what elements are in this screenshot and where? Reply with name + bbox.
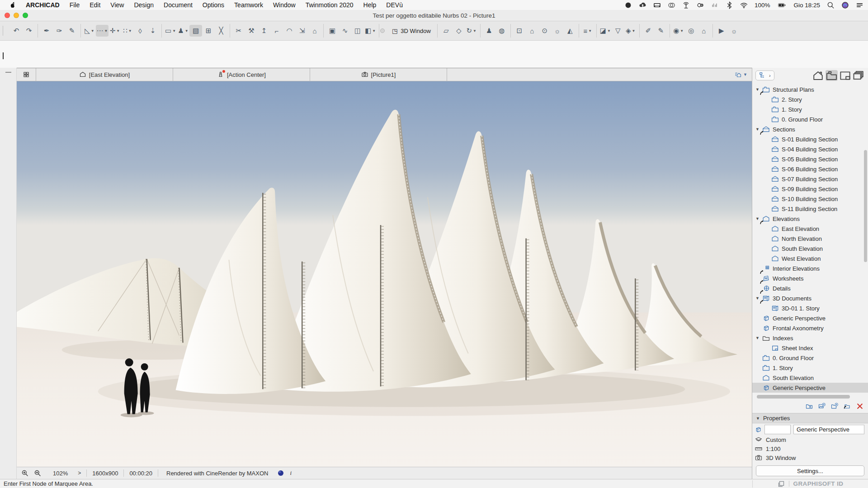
front-view-button[interactable]: ▱ [440,25,453,37]
tree-vertical-scrollbar[interactable] [864,150,867,262]
tree-item-2-story[interactable]: 2. Story [752,94,868,104]
tab-action-center[interactable]: [Action Center] [173,68,310,81]
keyboard-icon[interactable] [653,1,661,9]
tree-item-0-ground-floor[interactable]: 0. Ground Floor [752,353,868,363]
mode-view-map[interactable] [826,70,838,81]
tree-horizontal-scrollbar[interactable] [756,394,864,399]
orbit-button[interactable]: ↻▼ [465,25,478,37]
menu-teamwork[interactable]: Teamwork [229,1,268,9]
measure-button[interactable]: ⊞ [202,25,215,37]
tree-item-south-elevation[interactable]: South Elevation [752,373,868,383]
sun-settings-button[interactable]: ☼ [551,25,564,37]
wifi-icon[interactable] [740,1,748,9]
tree-item-west-elevation[interactable]: West Elevation [752,253,868,263]
tab-overview-button[interactable] [17,68,36,81]
disclosure-triangle-icon[interactable]: ▼ [755,336,762,340]
adjust-button[interactable]: ⚒ [245,25,258,37]
trackball-button[interactable]: ╳ [215,25,227,37]
tree-item-structural-plans[interactable]: ▼Structural Plans [752,84,868,94]
quick-layers-button[interactable]: ≡▼ [581,25,594,37]
tree-item-1-story[interactable]: 1. Story [752,363,868,373]
bluetooth-icon[interactable] [726,1,733,9]
menu-file[interactable]: File [65,1,85,9]
menu-archicad[interactable]: ARCHICAD [21,1,65,9]
perspective-cone-button[interactable]: ◭ [564,25,576,37]
tree-item-s-10-building-section[interactable]: S-10 Building Section [752,194,868,204]
notification-dot-icon[interactable] [624,1,632,9]
roof-level-button[interactable]: ⌂ [308,25,321,37]
filter-elements-button[interactable]: ▽ [612,25,624,37]
quick-options-button[interactable]: ▼ [730,68,752,81]
tree-item-sections[interactable]: ▼Sections [752,124,868,134]
transfer-settings-button[interactable]: ✎ [66,25,78,37]
guide-lines-button[interactable]: ⋯▼ [96,25,108,37]
cutaway-button[interactable]: ◪▼ [599,25,612,37]
snap-points-button[interactable]: ∷▼ [121,25,134,37]
tree-item-east-elevation[interactable]: East Elevation [752,224,868,234]
render-preview-button[interactable]: ⌂ [698,25,710,37]
clone-folder-button[interactable] [844,403,851,410]
control-list-icon[interactable] [856,1,863,9]
snapshot-camera-button[interactable]: ◉▼ [672,25,685,37]
cloud-upload-icon[interactable] [639,1,646,9]
toolbar-separator-knob[interactable] [379,24,386,38]
tree-item-s-04-building-section[interactable]: S-04 Building Section [752,144,868,154]
menu-window[interactable]: Window [268,1,301,9]
mode-publisher[interactable] [853,70,865,81]
tree-item-frontal-axonometry[interactable]: Frontal Axonometry [752,323,868,333]
3d-views-button[interactable]: ◧▼ [364,25,377,37]
new-folder-button[interactable] [831,403,838,410]
tree-item-s-05-building-section[interactable]: S-05 Building Section [752,154,868,164]
menu-view[interactable]: View [105,1,129,9]
redo-button[interactable]: ↷ [23,25,35,37]
snap-plane-button[interactable]: ◊ [134,25,146,37]
airport-antenna-icon[interactable] [682,1,690,9]
screen-mirroring-icon[interactable] [697,1,704,9]
window-stack-icon[interactable] [778,480,785,488]
fit-home-button[interactable]: ⌂ [526,25,538,37]
zoom-selection-button[interactable]: ⊡ [513,25,526,37]
solid-edit-button[interactable]: ◫ [351,25,364,37]
camera-settings-button[interactable]: ◎ [685,25,698,37]
undo-button[interactable]: ↶ [10,25,23,37]
toolbar-drag-handle[interactable] [3,26,6,36]
spotlight-search-icon[interactable] [827,1,835,9]
view-settings-button[interactable] [806,403,813,410]
3d-window-button[interactable]: ◳3D Window [388,25,435,37]
zoom-window-button[interactable] [23,13,28,18]
tree-item-interior-elevations[interactable]: Interior Elevations [752,263,868,273]
tree-item-s-09-building-section[interactable]: S-09 Building Section [752,184,868,194]
surface-override-button[interactable]: ◈▼ [624,25,637,37]
coordinate-input-button[interactable]: ✛▼ [108,25,121,37]
mode-project-map[interactable] [812,70,824,81]
tree-item-elevations[interactable]: ▼Elevations [752,214,868,224]
zoom-menu-chevron[interactable]: > [78,470,81,476]
minimize-window-button[interactable] [14,13,19,18]
mode-layout-book[interactable] [839,70,851,81]
surface-painter-button[interactable]: ✎ [655,25,667,37]
fly-through-button[interactable]: ▶ [715,25,728,37]
camera-position-button[interactable]: ⊙ [538,25,551,37]
creative-cloud-icon[interactable] [668,1,675,9]
resize-button[interactable]: ⇲ [296,25,308,37]
zoom-in-button[interactable] [21,469,28,477]
inject-parameters-button[interactable]: ✑ [53,25,66,37]
menu-help[interactable]: Help [359,1,382,9]
menu-design[interactable]: Design [129,1,159,9]
walk-mode-button[interactable]: ♟ [483,25,495,37]
menu-document[interactable]: Document [159,1,198,9]
menubar-clock[interactable]: Gio 18:25 [793,2,820,9]
tree-item-s-06-building-section[interactable]: S-06 Building Section [752,164,868,174]
tab-east-elevation[interactable]: [East Elevation] [36,68,173,81]
tree-item-sheet-index[interactable]: Sheet Index [752,343,868,353]
paint-brush-button[interactable]: ✐ [642,25,655,37]
render-viewport[interactable] [17,81,752,467]
siri-icon[interactable] [841,1,849,9]
extend-button[interactable]: ↥ [258,25,270,37]
tree-item-1-story[interactable]: 1. Story [752,104,868,114]
trim-button[interactable]: ⌐ [270,25,283,37]
group-button[interactable]: ▣ [326,25,339,37]
menu-edit[interactable]: Edit [85,1,105,9]
tree-item-generic-perspective[interactable]: Generic Perspective [752,313,868,323]
add-picture-button[interactable] [818,403,826,410]
